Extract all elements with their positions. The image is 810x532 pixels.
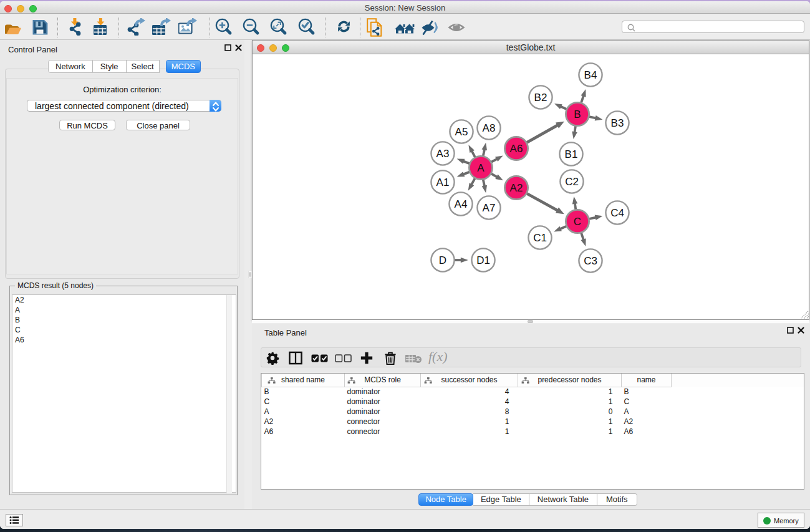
svg-text:A5: A5 <box>455 126 468 138</box>
svg-text:B4: B4 <box>584 69 597 81</box>
svg-text:B: B <box>574 109 581 120</box>
svg-text:A: A <box>477 162 485 174</box>
svg-text:C1: C1 <box>533 232 547 244</box>
svg-text:A2: A2 <box>510 182 523 194</box>
svg-text:A7: A7 <box>483 202 496 214</box>
svg-text:B2: B2 <box>534 92 547 104</box>
svg-text:C2: C2 <box>565 176 579 188</box>
svg-text:A6: A6 <box>510 143 523 155</box>
svg-text:A4: A4 <box>455 198 468 210</box>
svg-text:C3: C3 <box>584 255 597 267</box>
svg-text:A1: A1 <box>436 177 450 188</box>
svg-text:C4: C4 <box>610 207 624 219</box>
svg-text:B3: B3 <box>611 117 624 129</box>
svg-text:D1: D1 <box>476 254 490 266</box>
svg-text:A3: A3 <box>436 148 450 160</box>
svg-text:B1: B1 <box>565 148 578 160</box>
svg-text:A8: A8 <box>483 122 496 134</box>
svg-text:C: C <box>574 216 581 228</box>
svg-text:D: D <box>439 254 446 266</box>
